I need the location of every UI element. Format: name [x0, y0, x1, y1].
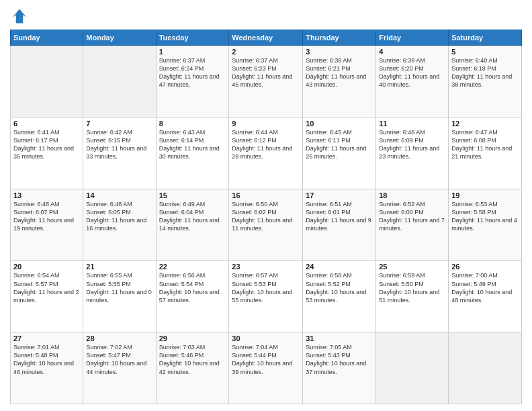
calendar-cell: 4Sunrise: 6:39 AMSunset: 6:20 PMDaylight… — [376, 46, 449, 118]
day-info: Sunrise: 6:49 AMSunset: 6:04 PMDaylight:… — [159, 200, 226, 233]
day-number: 5 — [451, 48, 519, 56]
day-number: 7 — [86, 120, 152, 128]
day-info: Sunrise: 6:43 AMSunset: 6:14 PMDaylight:… — [159, 128, 226, 161]
day-info: Sunrise: 7:05 AMSunset: 5:43 PMDaylight:… — [306, 343, 373, 376]
calendar-cell: 19Sunrise: 6:53 AMSunset: 5:58 PMDayligh… — [449, 189, 522, 261]
day-info: Sunrise: 7:03 AMSunset: 5:46 PMDaylight:… — [159, 343, 226, 376]
day-info: Sunrise: 6:58 AMSunset: 5:52 PMDaylight:… — [306, 271, 373, 304]
day-info: Sunrise: 6:51 AMSunset: 6:01 PMDaylight:… — [306, 200, 373, 233]
calendar-cell: 5Sunrise: 6:40 AMSunset: 6:18 PMDaylight… — [449, 46, 522, 118]
weekday-header-monday: Monday — [83, 30, 156, 46]
weekday-header-friday: Friday — [376, 30, 449, 46]
day-number: 20 — [13, 263, 80, 271]
day-info: Sunrise: 6:54 AMSunset: 5:57 PMDaylight:… — [13, 271, 80, 304]
week-row-5: 27Sunrise: 7:01 AMSunset: 5:48 PMDayligh… — [11, 332, 522, 404]
weekday-header-row: SundayMondayTuesdayWednesdayThursdayFrid… — [11, 30, 522, 46]
calendar-cell — [376, 332, 449, 404]
calendar-cell: 18Sunrise: 6:52 AMSunset: 6:00 PMDayligh… — [376, 189, 449, 261]
day-info: Sunrise: 7:02 AMSunset: 5:47 PMDaylight:… — [86, 343, 152, 376]
calendar-cell: 27Sunrise: 7:01 AMSunset: 5:48 PMDayligh… — [11, 332, 83, 404]
calendar-cell: 22Sunrise: 6:56 AMSunset: 5:54 PMDayligh… — [156, 261, 229, 332]
day-info: Sunrise: 6:37 AMSunset: 6:24 PMDaylight:… — [159, 56, 226, 89]
calendar-cell — [449, 332, 522, 404]
day-info: Sunrise: 6:38 AMSunset: 6:21 PMDaylight:… — [306, 56, 373, 89]
day-number: 4 — [379, 48, 445, 56]
day-info: Sunrise: 6:40 AMSunset: 6:18 PMDaylight:… — [451, 56, 519, 89]
day-number: 12 — [451, 120, 519, 128]
logo — [10, 7, 32, 26]
day-number: 6 — [13, 120, 80, 128]
week-row-3: 13Sunrise: 6:48 AMSunset: 6:07 PMDayligh… — [11, 189, 522, 261]
day-info: Sunrise: 7:01 AMSunset: 5:48 PMDaylight:… — [13, 343, 80, 376]
calendar-cell: 28Sunrise: 7:02 AMSunset: 5:47 PMDayligh… — [83, 332, 156, 404]
day-number: 11 — [379, 120, 445, 128]
day-info: Sunrise: 6:57 AMSunset: 5:53 PMDaylight:… — [232, 271, 300, 304]
calendar-cell: 10Sunrise: 6:45 AMSunset: 6:11 PMDayligh… — [303, 117, 376, 189]
week-row-4: 20Sunrise: 6:54 AMSunset: 5:57 PMDayligh… — [11, 261, 522, 332]
calendar-page: SundayMondayTuesdayWednesdayThursdayFrid… — [0, 0, 532, 411]
day-info: Sunrise: 6:42 AMSunset: 6:15 PMDaylight:… — [86, 128, 152, 161]
day-number: 10 — [306, 120, 373, 128]
day-info: Sunrise: 6:59 AMSunset: 5:50 PMDaylight:… — [379, 271, 445, 304]
day-number: 23 — [232, 263, 300, 271]
day-number: 29 — [159, 334, 226, 342]
calendar-cell: 6Sunrise: 6:41 AMSunset: 6:17 PMDaylight… — [11, 117, 83, 189]
calendar-cell: 20Sunrise: 6:54 AMSunset: 5:57 PMDayligh… — [11, 261, 83, 332]
day-number: 18 — [379, 191, 445, 199]
calendar-cell: 24Sunrise: 6:58 AMSunset: 5:52 PMDayligh… — [303, 261, 376, 332]
calendar-cell: 30Sunrise: 7:04 AMSunset: 5:44 PMDayligh… — [229, 332, 303, 404]
day-info: Sunrise: 6:52 AMSunset: 6:00 PMDaylight:… — [379, 200, 445, 233]
day-info: Sunrise: 6:39 AMSunset: 6:20 PMDaylight:… — [379, 56, 445, 89]
calendar-cell: 12Sunrise: 6:47 AMSunset: 6:08 PMDayligh… — [449, 117, 522, 189]
calendar-cell: 14Sunrise: 6:48 AMSunset: 6:05 PMDayligh… — [83, 189, 156, 261]
day-info: Sunrise: 6:53 AMSunset: 5:58 PMDaylight:… — [451, 200, 519, 233]
day-info: Sunrise: 6:41 AMSunset: 6:17 PMDaylight:… — [13, 128, 80, 161]
day-info: Sunrise: 6:55 AMSunset: 5:55 PMDaylight:… — [86, 271, 152, 304]
day-number: 24 — [306, 263, 373, 271]
day-info: Sunrise: 6:48 AMSunset: 6:07 PMDaylight:… — [13, 200, 80, 233]
calendar-cell: 13Sunrise: 6:48 AMSunset: 6:07 PMDayligh… — [11, 189, 83, 261]
day-number: 17 — [306, 191, 373, 199]
logo-icon — [10, 7, 29, 26]
day-number: 9 — [232, 120, 300, 128]
header — [10, 7, 522, 26]
calendar-cell: 31Sunrise: 7:05 AMSunset: 5:43 PMDayligh… — [303, 332, 376, 404]
day-number: 8 — [159, 120, 226, 128]
day-info: Sunrise: 6:37 AMSunset: 6:23 PMDaylight:… — [232, 56, 300, 89]
day-number: 1 — [159, 48, 226, 56]
calendar-cell — [11, 46, 83, 118]
day-number: 3 — [306, 48, 373, 56]
day-number: 19 — [451, 191, 519, 199]
day-number: 25 — [379, 263, 445, 271]
weekday-header-sunday: Sunday — [11, 30, 83, 46]
calendar-cell: 7Sunrise: 6:42 AMSunset: 6:15 PMDaylight… — [83, 117, 156, 189]
weekday-header-tuesday: Tuesday — [156, 30, 229, 46]
calendar-cell: 29Sunrise: 7:03 AMSunset: 5:46 PMDayligh… — [156, 332, 229, 404]
weekday-header-wednesday: Wednesday — [229, 30, 303, 46]
calendar-cell: 3Sunrise: 6:38 AMSunset: 6:21 PMDaylight… — [303, 46, 376, 118]
calendar-table: SundayMondayTuesdayWednesdayThursdayFrid… — [10, 30, 522, 404]
calendar-cell: 23Sunrise: 6:57 AMSunset: 5:53 PMDayligh… — [229, 261, 303, 332]
calendar-cell: 9Sunrise: 6:44 AMSunset: 6:12 PMDaylight… — [229, 117, 303, 189]
day-info: Sunrise: 6:48 AMSunset: 6:05 PMDaylight:… — [86, 200, 152, 233]
day-number: 26 — [451, 263, 519, 271]
day-number: 2 — [232, 48, 300, 56]
calendar-cell: 15Sunrise: 6:49 AMSunset: 6:04 PMDayligh… — [156, 189, 229, 261]
day-info: Sunrise: 6:45 AMSunset: 6:11 PMDaylight:… — [306, 128, 373, 161]
day-number: 28 — [86, 334, 152, 342]
weekday-header-thursday: Thursday — [303, 30, 376, 46]
calendar-cell — [83, 46, 156, 118]
day-number: 22 — [159, 263, 226, 271]
calendar-cell: 26Sunrise: 7:00 AMSunset: 5:49 PMDayligh… — [449, 261, 522, 332]
day-info: Sunrise: 7:00 AMSunset: 5:49 PMDaylight:… — [451, 271, 519, 304]
calendar-cell: 21Sunrise: 6:55 AMSunset: 5:55 PMDayligh… — [83, 261, 156, 332]
day-number: 27 — [13, 334, 80, 342]
calendar-cell: 16Sunrise: 6:50 AMSunset: 6:02 PMDayligh… — [229, 189, 303, 261]
calendar-cell: 1Sunrise: 6:37 AMSunset: 6:24 PMDaylight… — [156, 46, 229, 118]
calendar-cell: 2Sunrise: 6:37 AMSunset: 6:23 PMDaylight… — [229, 46, 303, 118]
day-number: 15 — [159, 191, 226, 199]
calendar-cell: 11Sunrise: 6:46 AMSunset: 6:09 PMDayligh… — [376, 117, 449, 189]
day-number: 30 — [232, 334, 300, 342]
day-number: 13 — [13, 191, 80, 199]
day-info: Sunrise: 6:46 AMSunset: 6:09 PMDaylight:… — [379, 128, 445, 161]
